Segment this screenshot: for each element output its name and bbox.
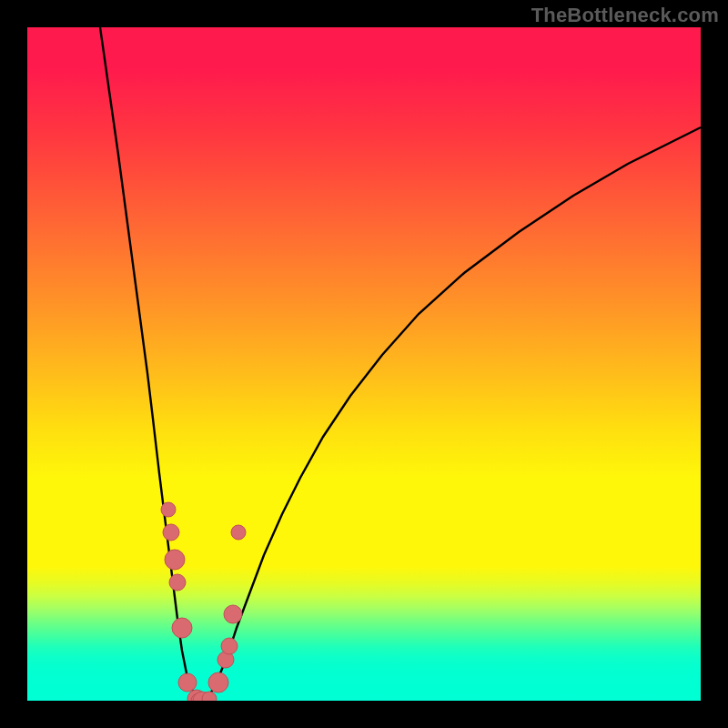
watermark-text: TheBottleneck.com bbox=[531, 4, 719, 27]
marker-dot bbox=[178, 673, 197, 692]
left-branch-curve bbox=[100, 27, 200, 701]
marker-dot bbox=[165, 550, 185, 570]
marker-dot bbox=[172, 618, 192, 638]
marker-dot bbox=[169, 574, 186, 591]
marker-dot bbox=[208, 672, 228, 693]
right-branch-curve bbox=[205, 127, 701, 701]
curves-svg bbox=[27, 27, 701, 701]
marker-dot bbox=[224, 605, 242, 623]
marker-dot bbox=[163, 524, 179, 541]
plot-area bbox=[27, 27, 701, 701]
marker-dot bbox=[161, 502, 176, 517]
marker-dot bbox=[231, 525, 246, 540]
marker-group bbox=[161, 502, 246, 701]
marker-dot bbox=[221, 638, 238, 654]
outer-frame: TheBottleneck.com bbox=[0, 0, 728, 728]
